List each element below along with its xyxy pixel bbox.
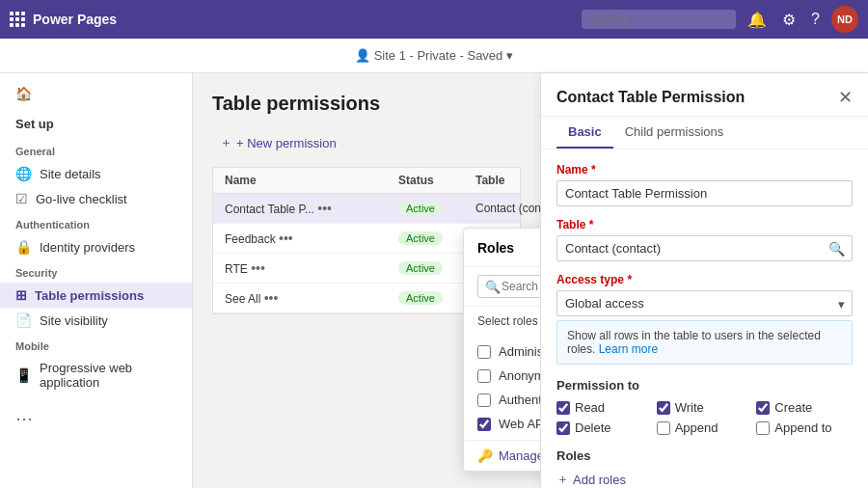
plus-icon: ＋ (556, 471, 569, 488)
administrators-checkbox[interactable] (477, 345, 491, 359)
info-box: Show all rows in the table to users in t… (556, 320, 853, 365)
role-label: Web API User (499, 417, 540, 431)
app-logo: Power Pages (33, 12, 117, 27)
content-area: Table permissions ＋ + New permission Nam… (193, 73, 540, 488)
permissions-grid: Read Write Create Delete Append (556, 400, 853, 435)
cell-name: Feedback ••• (225, 230, 398, 246)
tab-basic[interactable]: Basic (556, 117, 613, 149)
perm-create: Create (756, 400, 853, 415)
sidebar-item-site-visibility[interactable]: 📄 Site visibility (0, 308, 192, 333)
visibility-icon: 📄 (15, 312, 32, 328)
sidebar-item-pwa[interactable]: 📱 Progressive web application (0, 356, 192, 394)
mobile-icon: 📱 (15, 367, 32, 383)
row-menu-icon[interactable]: ••• (264, 290, 279, 306)
row-menu-icon[interactable]: ••• (317, 201, 332, 216)
authenticated-users-checkbox[interactable] (477, 393, 491, 407)
append-checkbox[interactable] (657, 421, 670, 435)
web-api-user-checkbox[interactable] (477, 418, 491, 431)
create-checkbox[interactable] (756, 401, 770, 415)
access-type-select-wrap: Global access Contact access Account acc… (556, 290, 853, 316)
panel-title: Contact Table Permission (556, 89, 745, 106)
sidebar-item-table-permissions[interactable]: ⊞ Table permissions (0, 283, 192, 308)
anonymous-users-checkbox[interactable] (477, 369, 491, 383)
perm-label: Delete (575, 420, 611, 435)
sidebar: 🏠 Set up General 🌐 Site details ☑ Go-liv… (0, 73, 193, 488)
sidebar-item-go-live[interactable]: ☑ Go-live checklist (0, 186, 192, 211)
roles-description: Select roles that apply to the table per… (464, 307, 540, 336)
perm-label: Create (774, 400, 812, 415)
roles-section-title: Roles (556, 448, 853, 463)
sidebar-item-label: Site details (40, 167, 101, 181)
table-input[interactable] (556, 235, 853, 261)
sidebar-setup-label: Set up (0, 112, 192, 136)
name-input[interactable] (556, 180, 853, 206)
sidebar-mobile-title: Mobile (0, 333, 192, 356)
table-row[interactable]: Contact Table P... ••• Active Contact (c… (213, 194, 520, 224)
help-icon[interactable]: ? (807, 7, 824, 32)
main-layout: 🏠 Set up General 🌐 Site details ☑ Go-liv… (0, 73, 868, 488)
write-checkbox[interactable] (657, 401, 670, 415)
table-icon: ⊞ (15, 287, 27, 303)
list-item: Administrators (477, 339, 540, 364)
site-label: Site 1 - Private - Saved (374, 48, 503, 63)
topbar: Power Pages 🔔 ⚙ ? ND (0, 0, 868, 39)
sidebar-item-setup[interactable]: 🏠 (0, 81, 192, 106)
roles-popup-header: Roles ✕ (464, 229, 540, 267)
manage-roles-button[interactable]: 🔑 Manage roles (464, 440, 540, 471)
permission-to-label: Permission to (556, 378, 853, 393)
sidebar-general-title: General (0, 138, 192, 161)
home-icon: 🏠 (15, 86, 32, 101)
append-to-checkbox[interactable] (756, 421, 770, 435)
panel-close-button[interactable]: ✕ (838, 87, 853, 108)
more-icon[interactable]: ⋯ (15, 409, 33, 428)
panel-body: Name * Table * 🔍 Access type * Global ac… (541, 149, 868, 488)
site-icon: 👤 (355, 48, 370, 63)
sidebar-item-label: Table permissions (35, 288, 144, 303)
perm-write: Write (657, 400, 753, 415)
access-type-select[interactable]: Global access Contact access Account acc… (556, 290, 853, 316)
notification-icon[interactable]: 🔔 (744, 7, 771, 33)
perm-label: Append to (774, 420, 831, 435)
sidebar-item-identity[interactable]: 🔒 Identity providers (0, 234, 192, 259)
perm-label: Write (675, 400, 704, 415)
role-label: Authenticated Users (499, 393, 540, 407)
roles-search-wrap: 🔍 (464, 267, 540, 307)
sidebar-item-site-details[interactable]: 🌐 Site details (0, 161, 192, 186)
manage-roles-label: Manage roles (499, 448, 540, 463)
manage-roles-icon: 🔑 (477, 448, 493, 463)
cell-name: See All ••• (225, 290, 398, 306)
col-table: Table (475, 174, 540, 187)
delete-checkbox[interactable] (556, 421, 570, 435)
settings-icon[interactable]: ⚙ (778, 7, 800, 33)
table-header: Name Status Table Access Type Relatio... (213, 168, 520, 194)
roles-list: Administrators Anonymous Users Authentic… (464, 336, 540, 440)
tab-child-permissions[interactable]: Child permissions (613, 117, 736, 149)
roles-popup-title: Roles (477, 240, 514, 256)
perm-append-to: Append to (756, 420, 853, 435)
role-label: Anonymous Users (499, 368, 540, 383)
topbar-search-input[interactable] (582, 10, 736, 29)
sidebar-auth-title: Authentication (0, 211, 192, 234)
row-menu-icon[interactable]: ••• (251, 260, 265, 276)
col-status: Status (398, 174, 475, 187)
roles-search-input[interactable] (477, 275, 540, 298)
cell-table: Contact (contact) (475, 202, 540, 215)
roles-popup: Roles ✕ 🔍 Select roles that apply to the… (463, 228, 540, 472)
site-chevron-icon[interactable]: ▾ (506, 48, 513, 63)
learn-more-link[interactable]: Learn more (599, 342, 658, 356)
new-permission-label: + New permission (236, 136, 337, 150)
read-checkbox[interactable] (556, 401, 570, 415)
checklist-icon: ☑ (15, 191, 28, 206)
add-icon: ＋ (220, 134, 232, 151)
panel-header: Contact Table Permission ✕ (541, 73, 868, 117)
add-roles-button[interactable]: ＋ Add roles (556, 469, 626, 488)
row-menu-icon[interactable]: ••• (279, 230, 293, 246)
waffle-icon[interactable] (10, 12, 25, 27)
new-permission-button[interactable]: ＋ + New permission (212, 130, 344, 155)
identity-icon: 🔒 (15, 239, 32, 255)
cell-name: Contact Table P... ••• (225, 201, 398, 216)
table-field-label: Table * (556, 218, 853, 231)
table-input-wrap: 🔍 (556, 235, 853, 261)
search-icon: 🔍 (828, 241, 845, 257)
sidebar-item-label: Go-live checklist (36, 192, 127, 206)
